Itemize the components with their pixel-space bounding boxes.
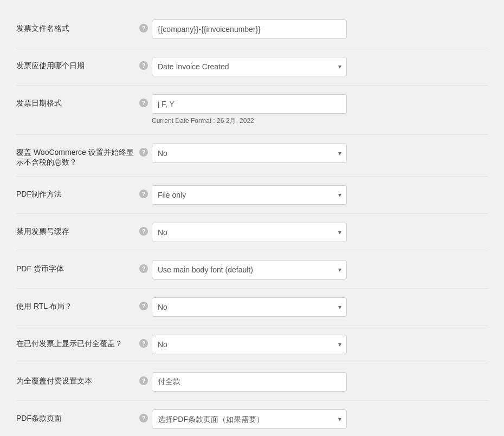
help-icon-pdf-currency-font[interactable]: ?	[139, 264, 148, 273]
input-col-disable-invoice-cache: NoYes▾	[152, 223, 488, 242]
help-icon-paid-stamp-text[interactable]: ?	[139, 376, 148, 385]
select-pdf-creation-method[interactable]: File onlyStream onlyBoth	[152, 185, 347, 205]
form-row-invoice-date-format: 发票日期格式?Current Date Format : 26 2月, 2022	[16, 86, 488, 135]
label-invoice-date-type: 发票应使用哪个日期	[16, 57, 135, 71]
input-invoice-filename-format[interactable]	[152, 19, 347, 39]
help-icon-show-paid-stamp[interactable]: ?	[139, 339, 148, 348]
input-col-pdf-creation-method: File onlyStream onlyBoth▾	[152, 185, 488, 205]
help-icon-override-woocommerce-tax[interactable]: ?	[139, 148, 148, 157]
hint-invoice-date-format: Current Date Format : 26 2月, 2022	[152, 116, 488, 126]
select-disable-invoice-cache[interactable]: NoYes	[152, 223, 347, 242]
input-col-pdf-currency-font: Use main body font (default)DejaVu Sans▾	[152, 260, 488, 279]
form-row-invoice-filename-format: 发票文件名格式?	[16, 11, 488, 48]
help-icon-pdf-terms-page[interactable]: ?	[139, 414, 148, 422]
select-invoice-date-type[interactable]: Date Invoice CreatedDate Order CreatedDa…	[152, 57, 347, 76]
form-row-pdf-creation-method: PDF制作方法?File onlyStream onlyBoth▾	[16, 177, 488, 214]
form-row-show-paid-stamp: 在已付发票上显示已付全覆盖？?NoYes▾	[16, 326, 488, 363]
form-row-paid-stamp-text: 为全覆盖付费设置文本?	[16, 363, 488, 401]
help-icon-invoice-date-format[interactable]: ?	[139, 99, 148, 107]
help-icon-invoice-date-type[interactable]: ?	[139, 61, 148, 70]
input-col-use-rtl-layout: NoYes▾	[152, 297, 488, 317]
form-row-disable-invoice-cache: 禁用发票号缓存?NoYes▾	[16, 214, 488, 251]
label-pdf-terms-page: PDF条款页面	[16, 409, 135, 424]
label-invoice-filename-format: 发票文件名格式	[16, 19, 135, 34]
input-col-pdf-terms-page: 选择PDF条款页面（如果需要）▾	[152, 409, 488, 429]
label-disable-invoice-cache: 禁用发票号缓存	[16, 223, 135, 237]
label-paid-stamp-text: 为全覆盖付费设置文本	[16, 372, 135, 386]
form-row-use-rtl-layout: 使用 RTL 布局？?NoYes▾	[16, 289, 488, 326]
label-override-woocommerce-tax: 覆盖 WooCommerce 设置并始终显示不含税的总数？	[16, 144, 135, 167]
select-override-woocommerce-tax[interactable]: NoYes	[152, 144, 347, 163]
label-pdf-creation-method: PDF制作方法	[16, 185, 135, 199]
select-wrapper-override-woocommerce-tax: NoYes▾	[152, 144, 347, 163]
select-wrapper-use-rtl-layout: NoYes▾	[152, 297, 347, 317]
input-invoice-date-format[interactable]	[152, 94, 347, 114]
select-wrapper-pdf-currency-font: Use main body font (default)DejaVu Sans▾	[152, 260, 347, 279]
form-row-invoice-date-type: 发票应使用哪个日期?Date Invoice CreatedDate Order…	[16, 48, 488, 86]
help-icon-use-rtl-layout[interactable]: ?	[139, 302, 148, 310]
input-paid-stamp-text[interactable]	[152, 372, 347, 392]
form-row-pdf-terms-page: PDF条款页面?选择PDF条款页面（如果需要）▾	[16, 401, 488, 436]
select-pdf-terms-page[interactable]: 选择PDF条款页面（如果需要）	[152, 409, 347, 429]
input-col-invoice-date-format: Current Date Format : 26 2月, 2022	[152, 94, 488, 126]
select-wrapper-pdf-terms-page: 选择PDF条款页面（如果需要）▾	[152, 409, 347, 429]
help-icon-invoice-filename-format[interactable]: ?	[139, 24, 148, 32]
label-pdf-currency-font: PDF 货币字体	[16, 260, 135, 274]
label-use-rtl-layout: 使用 RTL 布局？	[16, 297, 135, 311]
settings-form: 发票文件名格式?发票应使用哪个日期?Date Invoice CreatedDa…	[16, 11, 488, 436]
input-col-invoice-filename-format	[152, 19, 488, 39]
input-col-invoice-date-type: Date Invoice CreatedDate Order CreatedDa…	[152, 57, 488, 76]
label-show-paid-stamp: 在已付发票上显示已付全覆盖？	[16, 335, 135, 349]
input-col-show-paid-stamp: NoYes▾	[152, 335, 488, 354]
form-row-pdf-currency-font: PDF 货币字体?Use main body font (default)Dej…	[16, 251, 488, 289]
input-col-override-woocommerce-tax: NoYes▾	[152, 144, 488, 163]
select-pdf-currency-font[interactable]: Use main body font (default)DejaVu Sans	[152, 260, 347, 279]
help-icon-pdf-creation-method[interactable]: ?	[139, 190, 148, 198]
form-row-override-woocommerce-tax: 覆盖 WooCommerce 设置并始终显示不含税的总数？?NoYes▾	[16, 135, 488, 177]
select-use-rtl-layout[interactable]: NoYes	[152, 297, 347, 317]
select-wrapper-disable-invoice-cache: NoYes▾	[152, 223, 347, 242]
label-invoice-date-format: 发票日期格式	[16, 94, 135, 108]
help-icon-disable-invoice-cache[interactable]: ?	[139, 227, 148, 236]
select-wrapper-show-paid-stamp: NoYes▾	[152, 335, 347, 354]
input-col-paid-stamp-text	[152, 372, 488, 392]
select-show-paid-stamp[interactable]: NoYes	[152, 335, 347, 354]
select-wrapper-pdf-creation-method: File onlyStream onlyBoth▾	[152, 185, 347, 205]
select-wrapper-invoice-date-type: Date Invoice CreatedDate Order CreatedDa…	[152, 57, 347, 76]
